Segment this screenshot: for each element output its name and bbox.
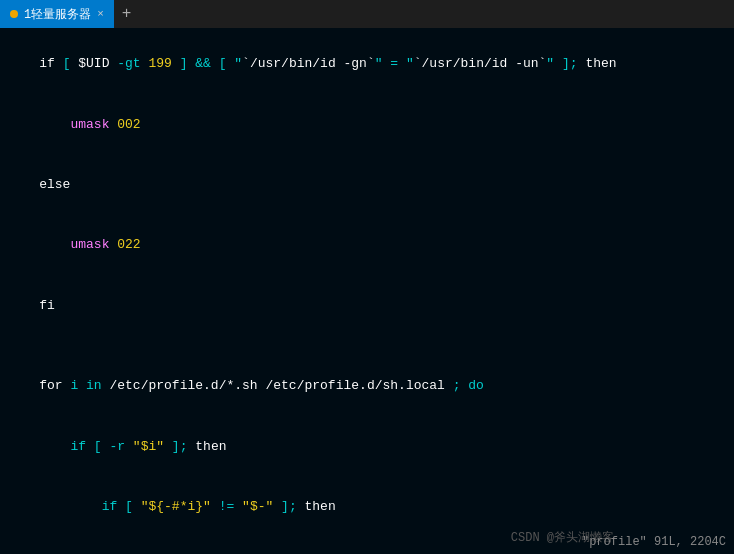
code-line: umask 022 xyxy=(8,215,726,275)
terminal-area[interactable]: if [ $UID -gt 199 ] && [ "`/usr/bin/id -… xyxy=(0,28,734,554)
code-line: if [ "${-#*i}" != "$-" ]; then xyxy=(8,477,726,537)
vim-status-bar: "profile" 91L, 2204C xyxy=(574,531,734,554)
code-line: fi xyxy=(8,276,726,336)
title-bar: 1轻量服务器 × + xyxy=(0,0,734,28)
terminal-tab[interactable]: 1轻量服务器 × xyxy=(0,0,114,28)
code-line: if [ -r "$i" ]; then xyxy=(8,417,726,477)
code-line: umask 002 xyxy=(8,94,726,154)
code-line: for i in /etc/profile.d/*.sh /etc/profil… xyxy=(8,356,726,416)
new-tab-button[interactable]: + xyxy=(114,0,140,28)
code-line xyxy=(8,336,726,356)
code-line: if [ $UID -gt 199 ] && [ "`/usr/bin/id -… xyxy=(8,34,726,94)
tab-close-button[interactable]: × xyxy=(97,8,104,20)
tab-label: 1轻量服务器 xyxy=(24,6,91,23)
tab-status-dot xyxy=(10,10,18,18)
code-line: else xyxy=(8,155,726,215)
